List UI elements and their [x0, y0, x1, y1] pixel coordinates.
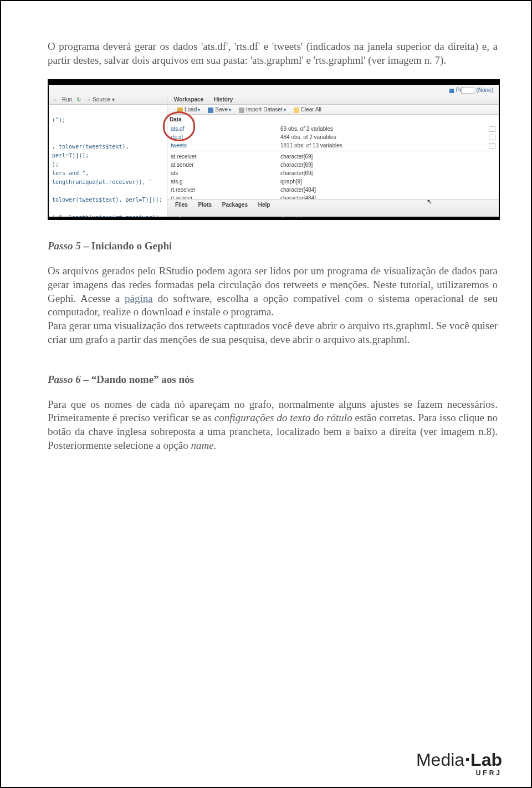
view-icon[interactable]	[489, 126, 495, 132]
tab-help[interactable]: Help	[254, 202, 275, 208]
step-title: “Dando nome” aos nós	[91, 373, 194, 385]
environment-pane: Workspace History Load Save Import Datas…	[167, 95, 499, 217]
code-line: , tolower(tweets$text), perl=T)]));	[52, 142, 163, 160]
code-line: (");	[52, 116, 163, 125]
load-button[interactable]: Load	[177, 105, 200, 114]
rstudio-screenshot: Project: (None) → Run ↻ → Source ▾ ("); …	[48, 79, 500, 220]
rerun-icon[interactable]: ↻	[76, 96, 81, 103]
screenshot-inner: Project: (None) → Run ↻ → Source ▾ ("); …	[49, 85, 499, 217]
tab-packages[interactable]: Packages	[218, 202, 252, 208]
tab-plots[interactable]: Plots	[194, 202, 216, 208]
passo5-para1: Os arquivos gerados pelo RStudio podem a…	[48, 264, 498, 319]
env-value-row[interactable]: rt.receivercharacter[484]	[167, 186, 499, 194]
source-pane: → Run ↻ → Source ▾ ("); , tolower(tweets…	[49, 95, 167, 217]
code-line: );	[52, 160, 163, 169]
pagina-link[interactable]: página	[125, 293, 153, 304]
cursor-icon: ↖	[427, 198, 432, 206]
passo5-para2: Para gerar uma visualização dos retweets…	[48, 319, 498, 346]
pane-controls[interactable]	[461, 87, 474, 94]
run-button[interactable]: Run	[62, 96, 72, 103]
code-line	[52, 134, 163, 142]
tab-history[interactable]: History	[209, 95, 237, 105]
data-header: Data	[167, 115, 499, 125]
env-data-row[interactable]: rts.df 484 obs. of 2 variables	[167, 133, 499, 141]
code-line	[52, 187, 163, 196]
document-page: O programa deverá gerar os dados 'ats.df…	[0, 0, 532, 788]
medialab-logo: MediaLab UFRJ	[416, 750, 502, 777]
intro-paragraph: O programa deverá gerar os dados 'ats.df…	[48, 40, 498, 67]
logo-main: MediaLab	[416, 750, 502, 770]
env-value-row[interactable]: at.receivercharacter[69]	[167, 152, 499, 161]
env-data-row[interactable]: ats.df 69 obs. of 2 variables	[167, 125, 499, 133]
step-label: Passo 5 –	[48, 240, 91, 252]
env-toolbar: Load Save Import Dataset Clear All	[167, 105, 499, 115]
code-line: | ", length(unique(rt.receiver)), " rece…	[52, 213, 163, 217]
step-label: Passo 6 –	[48, 373, 91, 385]
save-button[interactable]: Save	[208, 105, 231, 114]
clear-button[interactable]: Clear All	[294, 105, 321, 114]
passo6-heading: Passo 6 – “Dando nome” aos nós	[48, 373, 498, 386]
run-icon: →	[52, 96, 58, 103]
passo5-heading: Passo 5 – Iniciando o Gephi	[48, 240, 498, 252]
import-button[interactable]: Import Dataset	[239, 105, 286, 114]
env-value-row[interactable]: at.sendercharacter[69]	[167, 161, 499, 169]
tab-files[interactable]: Files	[171, 202, 192, 208]
tab-workspace[interactable]: Workspace	[170, 95, 208, 105]
files-pane: Files Plots Packages Help	[167, 199, 499, 217]
view-icon[interactable]	[489, 143, 495, 149]
config-italic: configurações do texto do rótulo	[214, 412, 352, 423]
env-data-row[interactable]: tweets 1811 obs. of 13 variables	[167, 141, 499, 150]
code-line: lers and ", length(unique(at.receiver)),…	[52, 169, 163, 187]
env-tabs: Workspace History	[167, 95, 499, 105]
source-toolbar: → Run ↻ → Source ▾	[49, 95, 167, 105]
code-line: tolower(tweets$text), perl=T)]));	[52, 196, 163, 204]
step-title: Iniciando o Gephi	[91, 240, 172, 252]
name-italic: name.	[191, 439, 217, 451]
source-code: ("); , tolower(tweets$text), perl=T)]));…	[49, 105, 167, 217]
view-icon[interactable]	[489, 135, 495, 140]
source-button[interactable]: → Source ▾	[85, 96, 114, 103]
logo-sub: UFRJ	[416, 769, 502, 777]
env-value-row[interactable]: ats.gigraph[9]	[167, 177, 499, 186]
code-line	[52, 125, 163, 134]
code-line	[52, 204, 163, 213]
code-line	[52, 107, 163, 116]
passo6-para1: Para que os nomes de cada nó apareçam no…	[48, 398, 498, 453]
logo-dot-icon	[466, 758, 469, 761]
env-value-row[interactable]: atscharacter[69]	[167, 169, 499, 177]
